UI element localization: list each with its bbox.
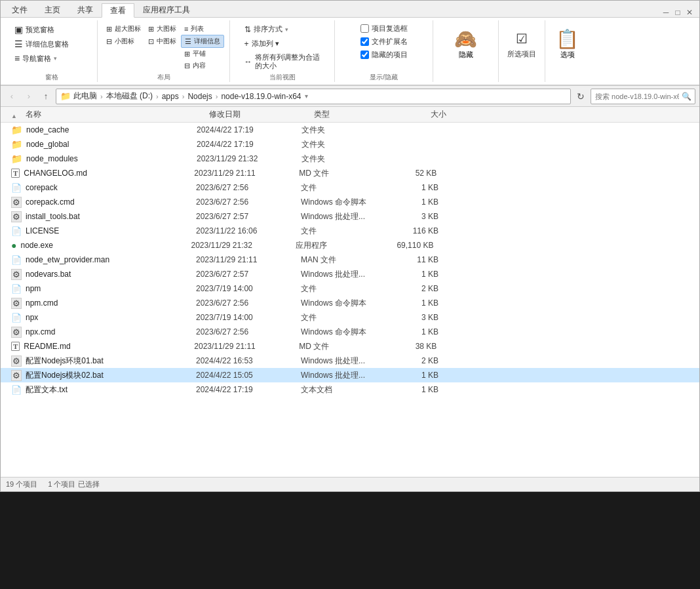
zh-bat-icon: ⚙ <box>11 370 22 381</box>
hidden-items-option[interactable]: 隐藏的项目 <box>360 49 408 60</box>
address-path[interactable]: 📁 此电脑 › 本地磁盘 (D:) › apps › Nodejs › node… <box>56 89 571 104</box>
options-button[interactable]: 📋 选项 <box>551 28 584 62</box>
path-drive[interactable]: 本地磁盘 (D:) <box>106 91 153 102</box>
address-dropdown-icon[interactable]: ▾ <box>305 92 308 100</box>
current-view-group-label: 当前视图 <box>269 71 296 82</box>
file-size: 2 KB <box>386 284 438 293</box>
selected-items-button[interactable]: ☑ 所选项目 <box>504 30 539 60</box>
file-type: Windows 命令脚本 <box>301 327 386 338</box>
table-row[interactable]: ⚙ npx.cmd 2023/6/27 2:56 Windows 命令脚本 1 … <box>1 325 699 339</box>
column-size-header[interactable]: 大小 <box>397 107 449 122</box>
close-button[interactable]: ✕ <box>685 8 694 17</box>
tab-app-tools[interactable]: 应用程序工具 <box>134 3 199 17</box>
large-icon-button[interactable]: ⊞ 大图标 <box>145 23 180 35</box>
file-date: 2023/6/27 2:56 <box>196 298 301 308</box>
table-row[interactable]: 📄 LICENSE 2023/11/22 16:06 文件 116 KB <box>1 224 699 238</box>
add-column-button[interactable]: + 添加列 ▾ <box>241 37 282 50</box>
table-row[interactable]: ⚙ install_tools.bat 2023/6/27 2:57 Windo… <box>1 209 699 224</box>
file-type: 文件 <box>301 226 386 237</box>
file-size: 3 KB <box>386 313 438 322</box>
tab-share[interactable]: 共享 <box>69 3 102 17</box>
path-apps[interactable]: apps <box>162 92 179 101</box>
tab-view[interactable]: 查看 <box>102 3 134 18</box>
sort-by-button[interactable]: ⇅ 排序方式 ▾ <box>241 23 292 35</box>
tab-home[interactable]: 主页 <box>36 3 69 17</box>
extra-large-icon-button[interactable]: ⊞ 超大图标 <box>103 23 144 35</box>
table-row[interactable]: T README.md 2023/11/29 21:11 MD 文件 38 KB <box>1 339 699 354</box>
file-type: Windows 批处理... <box>301 355 386 367</box>
file-size: 52 KB <box>384 169 437 178</box>
file-name: LICENSE <box>26 226 196 235</box>
table-row[interactable]: 📁 node_cache 2024/4/22 17:19 文件夹 <box>1 123 699 137</box>
select-buttons: ☑ 所选项目 <box>504 20 539 66</box>
table-row[interactable]: ⚙ corepack.cmd 2023/6/27 2:56 Windows 命令… <box>1 195 699 209</box>
table-row[interactable]: ⚙ nodevars.bat 2023/6/27 2:57 Windows 批处… <box>1 267 699 281</box>
fit-columns-button[interactable]: ↔ 将所有列调整为合适的大小 <box>241 52 324 71</box>
table-row[interactable]: ⚙ 配置Nodejs模块02.bat 2024/4/22 15:05 Windo… <box>1 368 699 382</box>
file-date: 2023/11/29 21:11 <box>194 169 299 178</box>
file-name: npm.cmd <box>26 298 196 308</box>
back-button[interactable]: ‹ <box>5 89 19 104</box>
column-date-header[interactable]: 修改日期 <box>206 107 311 122</box>
file-size: 1 KB <box>386 385 438 394</box>
file-date: 2024/4/22 17:19 <box>196 385 301 394</box>
file-name: corepack <box>26 183 196 192</box>
table-row[interactable]: 📄 npx 2023/7/19 14:00 文件 3 KB <box>1 310 699 325</box>
file-type: 应用程序 <box>296 240 381 251</box>
folder-path-icon: 📁 <box>60 91 71 101</box>
tiles-view-button[interactable]: ⊞ 平铺 <box>181 48 224 60</box>
file-name: nodevars.bat <box>26 270 196 279</box>
ribbon-content: ▣ 预览窗格 ☰ 详细信息窗格 ≡ 导航窗格 ▾ 窗格 <box>1 18 699 86</box>
table-row[interactable]: 📁 node_modules 2023/11/29 21:32 文件夹 <box>1 152 699 166</box>
medium-icon-button[interactable]: ⊡ 中图标 <box>145 35 180 47</box>
path-computer[interactable]: 此电脑 <box>73 91 97 102</box>
minimize-button[interactable]: ─ <box>661 8 671 17</box>
table-row[interactable]: T CHANGELOG.md 2023/11/29 21:11 MD 文件 52… <box>1 166 699 180</box>
column-type-header[interactable]: 类型 <box>311 107 397 122</box>
file-type: 文件 <box>301 312 386 323</box>
item-checkboxes-option[interactable]: 项目复选框 <box>360 23 408 34</box>
preview-pane-button[interactable]: ▣ 预览窗格 <box>11 23 58 36</box>
ribbon-tabs: 文件 主页 共享 查看 应用程序工具 ─ □ ✕ <box>1 1 699 18</box>
file-extensions-option[interactable]: 文件扩展名 <box>360 36 408 47</box>
table-row[interactable]: 📄 node_etw_provider.man 2023/11/29 21:11… <box>1 253 699 267</box>
up-button[interactable]: ↑ <box>39 89 53 104</box>
search-input[interactable] <box>591 89 695 104</box>
table-row[interactable]: ⚙ 配置Nodejs环境01.bat 2024/4/22 16:53 Windo… <box>1 354 699 368</box>
table-row[interactable]: 📁 node_global 2024/4/22 17:19 文件夹 <box>1 137 699 152</box>
table-row[interactable]: 📄 corepack 2023/6/27 2:56 文件 1 KB <box>1 180 699 195</box>
file-type: 文件夹 <box>301 139 387 150</box>
file-size: 1 KB <box>386 327 438 336</box>
table-row[interactable]: 📄 配置文本.txt 2024/4/22 17:19 文本文档 1 KB <box>1 382 699 397</box>
details-view-button[interactable]: ☰ 详细信息 <box>181 35 224 48</box>
item-checkboxes-checkbox[interactable] <box>360 24 369 33</box>
column-name-header[interactable]: 名称 <box>23 107 206 122</box>
file-type: 文本文档 <box>301 384 386 396</box>
tab-file[interactable]: 文件 <box>3 3 36 17</box>
add-col-icon: + <box>244 39 249 49</box>
file-icon: 📄 <box>11 226 22 236</box>
file-extensions-checkbox[interactable] <box>360 37 369 46</box>
details-pane-button[interactable]: ☰ 详细信息窗格 <box>11 37 72 51</box>
ribbon-group-select: ☑ 所选项目 <box>499 20 545 82</box>
file-date: 2023/6/27 2:56 <box>196 197 301 207</box>
file-type: 文件 <box>301 182 386 193</box>
hidden-items-checkbox[interactable] <box>360 51 369 59</box>
forward-button[interactable]: › <box>22 89 36 104</box>
ribbon-group-show-hide: 项目复选框 文件扩展名 隐藏的项目 显示/隐藏 <box>335 20 433 82</box>
list-view-button[interactable]: ≡ 列表 <box>181 23 224 35</box>
table-row[interactable]: 📄 npm 2023/7/19 14:00 文件 2 KB <box>1 281 699 296</box>
path-current[interactable]: node-v18.19.0-win-x64 <box>221 92 301 101</box>
show-hide-group-label: 显示/隐藏 <box>370 71 398 82</box>
table-row[interactable]: ● node.exe 2023/11/29 21:32 应用程序 69,110 … <box>1 238 699 253</box>
path-nodejs[interactable]: Nodejs <box>187 92 212 101</box>
content-view-button[interactable]: ⊟ 内容 <box>181 60 224 71</box>
nav-pane-button[interactable]: ≡ 导航窗格 ▾ <box>11 52 60 65</box>
file-size: 3 KB <box>386 212 438 221</box>
small-icon-button[interactable]: ⊟ 小图标 <box>103 35 144 47</box>
hide-button[interactable]: 🙈 隐藏 <box>449 28 482 62</box>
show-hide-buttons: 项目复选框 文件扩展名 隐藏的项目 <box>360 20 408 71</box>
table-row[interactable]: ⚙ npm.cmd 2023/6/27 2:56 Windows 命令脚本 1 … <box>1 296 699 310</box>
maximize-button[interactable]: □ <box>673 8 682 17</box>
refresh-button[interactable]: ↻ <box>574 89 588 104</box>
